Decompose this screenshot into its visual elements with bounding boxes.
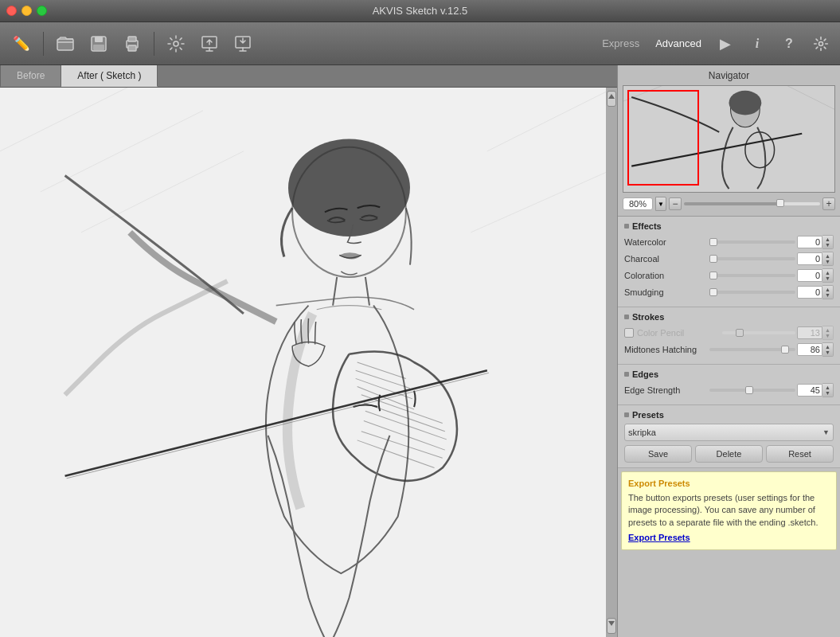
watercolor-stepper[interactable]: ▲▼: [822, 235, 834, 249]
window-title: AKVIS Sketch v.12.5: [373, 5, 468, 17]
coloration-stepper[interactable]: ▲▼: [822, 268, 834, 283]
svg-rect-6: [128, 45, 136, 51]
watercolor-thumb[interactable]: [709, 238, 717, 246]
minimize-button[interactable]: [21, 6, 32, 16]
pencil-tool-button[interactable]: ✏️: [6, 28, 37, 60]
midtones-hatching-label: Midtones Hatching: [624, 345, 708, 354]
sketch-view[interactable]: [0, 88, 617, 637]
midtones-hatching-thumb[interactable]: [781, 346, 789, 354]
coloration-thumb[interactable]: [709, 272, 717, 279]
svg-rect-0: [57, 39, 73, 50]
midtones-hatching-row: Midtones Hatching 86 ▲▼: [624, 342, 834, 357]
close-button[interactable]: [6, 6, 17, 16]
midtones-hatching-slider[interactable]: [709, 348, 795, 351]
midtones-hatching-value[interactable]: 86: [797, 343, 822, 356]
toolbar: ✏️: [0, 22, 840, 65]
toolbar-sep-2: [154, 32, 154, 56]
edge-strength-row: Edge Strength 45 ▲▼: [624, 383, 834, 397]
tab-after[interactable]: After ( Sketch ): [61, 65, 158, 87]
export-after-button[interactable]: [228, 28, 258, 60]
strokes-header: Strokes: [624, 312, 834, 322]
effects-header: Effects: [624, 221, 834, 231]
zoom-controls: 80% ▼ − +: [623, 197, 835, 211]
smudging-thumb[interactable]: [709, 288, 717, 296]
charcoal-row: Charcoal 0 ▲▼: [624, 252, 834, 266]
preset-buttons: Save Delete Reset: [624, 445, 834, 463]
zoom-dropdown-button[interactable]: ▼: [655, 197, 666, 211]
navigator-section: Navigator: [618, 65, 840, 217]
main-area: Before After ( Sketch ): [0, 65, 840, 637]
watercolor-value[interactable]: 0: [797, 236, 822, 248]
color-pencil-row: Color Pencil 13 ▲▼: [624, 326, 834, 340]
smudging-stepper[interactable]: ▲▼: [822, 285, 834, 299]
smudging-value[interactable]: 0: [797, 286, 822, 299]
svg-point-36: [729, 91, 762, 115]
gear-icon[interactable]: [808, 31, 834, 57]
charcoal-thumb[interactable]: [709, 255, 717, 263]
scrollbar-down-arrow[interactable]: [607, 618, 616, 634]
charcoal-label: Charcoal: [624, 254, 708, 264]
svg-point-10: [819, 41, 823, 45]
zoom-out-button[interactable]: −: [669, 197, 682, 210]
scrollbar-up-arrow[interactable]: [607, 91, 616, 107]
save-button[interactable]: [84, 28, 114, 60]
color-pencil-checkbox[interactable]: [624, 328, 634, 338]
preset-dropdown[interactable]: skripka ▼: [624, 424, 834, 441]
charcoal-slider[interactable]: [709, 257, 795, 260]
charcoal-stepper[interactable]: ▲▼: [822, 252, 834, 266]
navigator-title: Navigator: [623, 70, 835, 81]
coloration-slider[interactable]: [709, 274, 795, 277]
settings-button[interactable]: [161, 28, 191, 60]
canvas-content: [0, 88, 617, 637]
preset-delete-button[interactable]: Delete: [695, 445, 763, 463]
effects-section: Effects Watercolor 0 ▲▼: [618, 217, 840, 307]
navigator-thumbnail: [623, 85, 835, 193]
coloration-value[interactable]: 0: [797, 269, 822, 282]
watercolor-label: Watercolor: [624, 237, 708, 247]
watercolor-slider[interactable]: [709, 240, 795, 244]
tab-before[interactable]: Before: [0, 65, 61, 87]
zoom-slider[interactable]: [684, 202, 820, 205]
edge-strength-label: Edge Strength: [624, 385, 708, 395]
zoom-slider-thumb[interactable]: [776, 199, 784, 207]
svg-rect-5: [128, 37, 136, 41]
smudging-slider[interactable]: [709, 291, 795, 294]
preset-save-button[interactable]: Save: [624, 445, 692, 463]
canvas-area: Before After ( Sketch ): [0, 65, 617, 637]
preset-reset-button[interactable]: Reset: [766, 445, 834, 463]
edge-strength-slider[interactable]: [709, 389, 795, 392]
edges-section: Edges Edge Strength 45 ▲▼: [618, 365, 840, 405]
navigator-viewport-box[interactable]: [627, 90, 699, 186]
edge-strength-value[interactable]: 45: [797, 384, 822, 397]
express-mode-label[interactable]: Express: [597, 34, 644, 53]
zoom-in-button[interactable]: +: [822, 197, 835, 210]
info-icon[interactable]: i: [744, 31, 770, 57]
preset-dropdown-arrow: ▼: [822, 428, 830, 436]
edge-strength-stepper[interactable]: ▲▼: [822, 383, 834, 397]
midtones-hatching-stepper[interactable]: ▲▼: [822, 342, 834, 357]
export-presets-panel: Export Presets The button exports preset…: [621, 471, 837, 550]
open-button[interactable]: [50, 28, 80, 60]
color-pencil-stepper: ▲▼: [822, 326, 834, 340]
maximize-button[interactable]: [37, 6, 47, 16]
export-before-button[interactable]: [194, 28, 225, 60]
coloration-row: Coloration 0 ▲▼: [624, 268, 834, 283]
help-icon[interactable]: ?: [776, 31, 802, 57]
presets-section: Presets skripka ▼ Save Delete Reset: [618, 405, 840, 468]
play-button[interactable]: ▶: [713, 31, 738, 57]
print-button[interactable]: [117, 28, 147, 60]
toolbar-right: Express Advanced ▶ i ?: [597, 31, 834, 57]
color-pencil-label: Color Pencil: [637, 328, 721, 338]
strokes-section: Strokes Color Pencil 13 ▲▼: [618, 307, 840, 365]
charcoal-value[interactable]: 0: [797, 252, 822, 265]
color-pencil-value: 13: [797, 326, 822, 339]
toolbar-sep-1: [43, 32, 44, 56]
presets-header: Presets: [624, 410, 834, 420]
tabs: Before After ( Sketch ): [0, 65, 617, 88]
edge-strength-thumb[interactable]: [745, 386, 753, 394]
export-presets-link[interactable]: Export Presets: [628, 533, 690, 542]
svg-rect-3: [93, 45, 104, 50]
canvas-scrollbar[interactable]: [606, 88, 617, 637]
advanced-mode-label[interactable]: Advanced: [651, 34, 706, 53]
smudging-label: Smudging: [624, 287, 708, 297]
